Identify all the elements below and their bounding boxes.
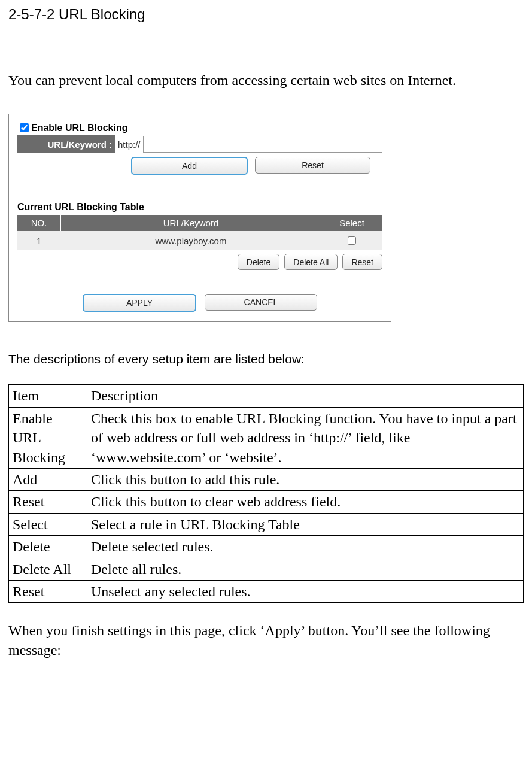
- blocking-table-title: Current URL Blocking Table: [17, 202, 382, 212]
- header-url-keyword: URL/Keyword: [61, 215, 321, 231]
- apply-cancel-row: APPLY CANCEL: [17, 294, 382, 312]
- cell-select: [321, 231, 383, 250]
- delete-all-button[interactable]: Delete All: [284, 254, 338, 270]
- enable-row: Enable URL Blocking: [17, 122, 382, 134]
- desc-cell: Unselect any selected rules.: [87, 580, 524, 602]
- table-buttons-row: Delete Delete All Reset: [17, 254, 382, 270]
- closing-text: When you finish settings in this page, c…: [8, 621, 524, 660]
- cell-url: www.playboy.com: [61, 231, 321, 250]
- desc-cell: Click this button to add this rule.: [87, 468, 524, 490]
- reset-button[interactable]: Reset: [255, 157, 370, 174]
- reset-table-button[interactable]: Reset: [342, 254, 382, 270]
- apply-button[interactable]: APPLY: [83, 294, 196, 312]
- url-keyword-input[interactable]: [143, 136, 382, 153]
- url-prefix-text: http://: [115, 135, 143, 153]
- table-row: Select Select a rule in URL Blocking Tab…: [9, 513, 524, 535]
- table-row: Item Description: [9, 385, 524, 407]
- table-row: Delete Delete selected rules.: [9, 536, 524, 558]
- item-cell: Delete All: [9, 558, 87, 580]
- table-row: Add Click this button to add this rule.: [9, 468, 524, 490]
- item-cell: Select: [9, 513, 87, 535]
- desc-cell: Select a rule in URL Blocking Table: [87, 513, 524, 535]
- table-row: 1 www.playboy.com: [17, 231, 382, 250]
- blocking-table: NO. URL/Keyword Select 1 www.playboy.com: [17, 215, 382, 250]
- table-row: Delete All Delete all rules.: [9, 558, 524, 580]
- header-item: Item: [9, 385, 87, 407]
- url-keyword-label: URL/Keyword :: [17, 135, 115, 153]
- desc-cell: Click this button to clear web address f…: [87, 491, 524, 513]
- header-select: Select: [321, 215, 383, 231]
- cancel-button[interactable]: CANCEL: [205, 294, 317, 311]
- url-keyword-row: URL/Keyword : http://: [17, 135, 382, 153]
- desc-cell: Check this box to enable URL Blocking fu…: [87, 407, 524, 468]
- config-panel-screenshot: Enable URL Blocking URL/Keyword : http:/…: [8, 114, 391, 322]
- item-cell: Reset: [9, 580, 87, 602]
- row-select-checkbox[interactable]: [348, 236, 356, 245]
- table-header-row: NO. URL/Keyword Select: [17, 215, 382, 231]
- desc-intro-text: The descriptions of every setup item are…: [8, 352, 524, 366]
- header-description: Description: [87, 385, 524, 407]
- header-no: NO.: [17, 215, 61, 231]
- intro-text: You can prevent local computers from acc…: [8, 71, 524, 90]
- add-button[interactable]: Add: [131, 157, 248, 175]
- table-row: Reset Unselect any selected rules.: [9, 580, 524, 602]
- section-heading: 2-5-7-2 URL Blocking: [8, 6, 524, 23]
- table-row: Reset Click this button to clear web add…: [9, 491, 524, 513]
- enable-url-blocking-checkbox[interactable]: [20, 123, 29, 132]
- item-cell: Reset: [9, 491, 87, 513]
- desc-cell: Delete selected rules.: [87, 536, 524, 558]
- desc-cell: Delete all rules.: [87, 558, 524, 580]
- item-cell: Enable URL Blocking: [9, 407, 87, 468]
- enable-url-blocking-label: Enable URL Blocking: [31, 123, 128, 133]
- delete-button[interactable]: Delete: [238, 254, 279, 270]
- description-table: Item Description Enable URL Blocking Che…: [8, 384, 524, 603]
- cell-no: 1: [17, 231, 61, 250]
- add-reset-row: Add Reset: [131, 157, 382, 175]
- item-cell: Add: [9, 468, 87, 490]
- table-row: Enable URL Blocking Check this box to en…: [9, 407, 524, 468]
- item-cell: Delete: [9, 536, 87, 558]
